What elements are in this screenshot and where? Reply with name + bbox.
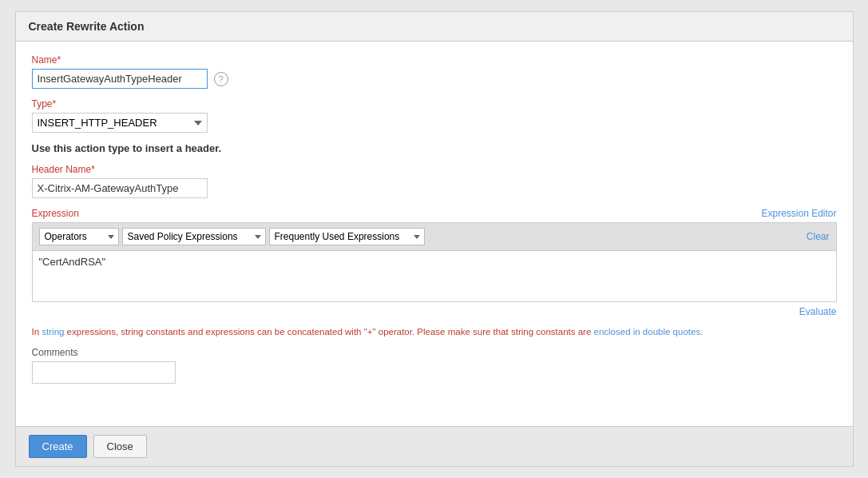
header-name-field-group: Header Name* [32, 164, 837, 198]
comments-input[interactable] [32, 361, 176, 384]
create-rewrite-action-dialog: Create Rewrite Action Name* ? Type* INSE… [15, 11, 854, 467]
info-text-blue2: enclosed in double quotes [594, 327, 701, 337]
type-label: Type* [32, 98, 837, 110]
expression-header-row: Expression Expression Editor [32, 208, 837, 219]
expression-textarea-wrapper: "CertAndRSA" [32, 250, 837, 302]
header-name-label: Header Name* [32, 164, 837, 175]
clear-link[interactable]: Clear [807, 231, 830, 242]
type-select[interactable]: INSERT_HTTP_HEADER DELETE_HTTP_HEADER RE… [32, 113, 208, 133]
info-text: In string expressions, string constants … [32, 325, 837, 339]
name-label: Name* [32, 54, 837, 66]
type-field-group: Type* INSERT_HTTP_HEADER DELETE_HTTP_HEA… [32, 98, 837, 133]
name-field-row: ? [32, 69, 837, 89]
create-button[interactable]: Create [29, 435, 87, 458]
close-button[interactable]: Close [93, 435, 147, 458]
info-text-blue1: string [42, 327, 64, 337]
name-field-group: Name* ? [32, 54, 837, 89]
expression-editor-link[interactable]: Expression Editor [761, 208, 836, 219]
dialog-title: Create Rewrite Action [16, 12, 853, 42]
expression-textarea[interactable]: "CertAndRSA" [33, 251, 836, 299]
expression-label: Expression [32, 208, 79, 219]
frequent-expressions-select[interactable]: Frequently Used Expressions [269, 228, 425, 245]
comments-label: Comments [32, 347, 837, 358]
evaluate-row: Evaluate [32, 305, 837, 317]
action-type-hint: Use this action type to insert a header. [32, 142, 837, 154]
expression-section: Expression Expression Editor Operators S… [32, 208, 837, 317]
operators-select[interactable]: Operators [39, 228, 119, 245]
evaluate-link[interactable]: Evaluate [799, 306, 837, 317]
name-input[interactable] [32, 69, 208, 89]
dialog-body: Name* ? Type* INSERT_HTTP_HEADER DELETE_… [16, 42, 853, 426]
toolbar-left: Operators Saved Policy Expressions Frequ… [39, 228, 425, 245]
header-name-input[interactable] [32, 178, 208, 198]
comments-field-group: Comments [32, 347, 837, 384]
saved-policy-select[interactable]: Saved Policy Expressions [122, 228, 266, 245]
dialog-footer: Create Close [16, 426, 853, 466]
expression-toolbar: Operators Saved Policy Expressions Frequ… [32, 222, 837, 250]
name-help-icon[interactable]: ? [214, 72, 228, 86]
